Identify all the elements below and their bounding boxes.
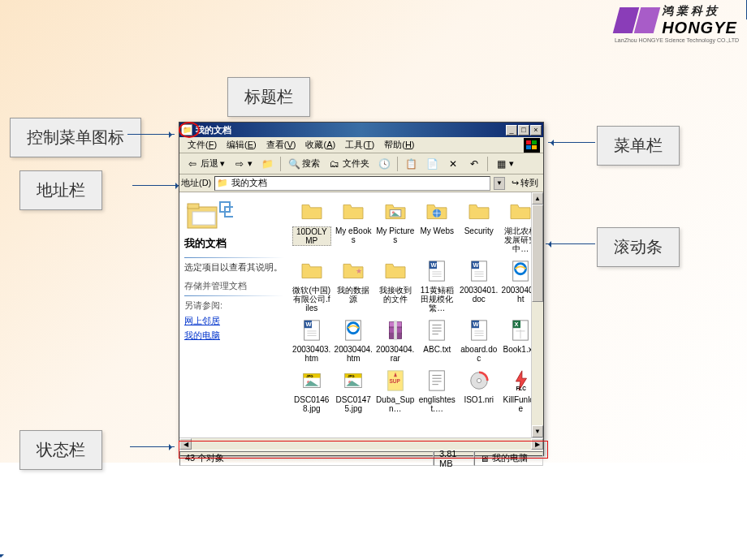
menu-e[interactable]: 编辑(E) — [222, 137, 261, 153]
picfolder-icon — [382, 199, 408, 225]
callout-control-icon: 控制菜单图标 — [10, 118, 141, 157]
go-button[interactable]: ↪转到 — [508, 176, 542, 190]
views-icon: ▦ — [494, 157, 507, 170]
file-label: aboard.doc — [460, 345, 499, 363]
scroll-left-button[interactable]: ◀ — [179, 438, 192, 450]
callout-titlebar: 标题栏 — [227, 77, 310, 117]
webfolder-icon — [424, 199, 450, 225]
divider — [184, 295, 284, 296]
folder-star-icon: ★ — [340, 258, 366, 284]
file-item[interactable]: ABC.txt — [417, 316, 459, 364]
file-item[interactable]: 微软(中国)有限公司.files — [291, 256, 333, 314]
file-item[interactable]: Security — [458, 197, 500, 255]
scroll-track[interactable] — [192, 438, 531, 450]
folder-icon — [340, 199, 366, 225]
scroll-thumb[interactable] — [532, 205, 543, 302]
file-item[interactable]: englishtest.… — [417, 366, 459, 415]
control-menu-icon[interactable]: 📁 — [181, 124, 192, 136]
scroll-right-button[interactable]: ▶ — [531, 438, 543, 450]
back-arrow-icon: ⇦ — [186, 157, 199, 170]
search-button[interactable]: 🔍搜索 — [284, 156, 323, 172]
titlebar[interactable]: 📁 我的文档 _ □ × — [179, 123, 543, 137]
copy-button[interactable]: 📄 — [422, 156, 442, 172]
svg-text:JPG: JPG — [306, 374, 313, 378]
history-button[interactable]: 🕓 — [374, 156, 394, 172]
up-folder-icon: 📁 — [261, 157, 274, 170]
file-label: ABC.txt — [423, 345, 451, 354]
link-network[interactable]: 网上邻居 — [184, 315, 284, 327]
file-item[interactable]: 20030404.htm — [333, 316, 375, 364]
file-item[interactable]: ★我的数据源 — [333, 256, 375, 314]
folders-icon: 🗂 — [328, 157, 341, 170]
views-button[interactable]: ▦ ▾ — [491, 156, 517, 172]
maximize-button[interactable]: □ — [518, 125, 529, 136]
address-input[interactable]: 📁 我的文档 — [214, 176, 490, 191]
file-item[interactable]: JPGDSC01475.jpg — [333, 366, 375, 415]
undo-icon: ↶ — [468, 157, 481, 170]
minimize-button[interactable]: _ — [506, 125, 517, 136]
file-item[interactable]: My Pictures — [374, 197, 417, 255]
vertical-scrollbar[interactable]: ▲ ▼ — [531, 192, 543, 437]
callout-addressbar: 地址栏 — [19, 170, 102, 210]
flc-icon: FLC — [507, 368, 533, 394]
forward-arrow-icon: ⇨ — [233, 157, 246, 170]
file-item[interactable]: W11黄鳝稻田规模化繁… — [417, 256, 459, 314]
file-item[interactable]: ISO1.nri — [458, 366, 500, 415]
undo-button[interactable]: ↶ — [464, 156, 484, 172]
file-list-area: 10DOLYMPMy eBooksMy PicturesMy WebsSecur… — [289, 192, 543, 437]
link-my-computer[interactable]: 我的电脑 — [184, 330, 284, 342]
delete-button[interactable]: ✕ — [443, 156, 463, 172]
move-icon: 📋 — [404, 157, 417, 170]
folder-icon — [466, 199, 492, 225]
separator — [280, 157, 281, 171]
file-item[interactable]: 我接收到的文件 — [374, 256, 417, 314]
file-label: DSC01475.jpg — [335, 395, 374, 413]
svg-text:X: X — [515, 321, 519, 328]
brand-logo: 鸿業科技 HONGYE LanZhou HONGYE Science Techn… — [615, 4, 739, 43]
back-label: 后退 — [201, 157, 218, 170]
file-item[interactable]: 10DOLYMP — [291, 197, 333, 255]
svg-rect-2 — [526, 145, 531, 149]
file-item[interactable]: My Webs — [417, 197, 459, 255]
content-area: 我的文档 选定项目以查看其说明。 存储并管理文档 另请参阅: 网上邻居 我的电脑… — [179, 192, 543, 437]
svg-text:★: ★ — [356, 267, 363, 275]
divider — [184, 257, 284, 258]
menu-v[interactable]: 查看(V) — [261, 137, 301, 153]
file-label: Duba_Supn… — [376, 395, 415, 413]
scroll-down-button[interactable]: ▼ — [532, 425, 543, 437]
close-button[interactable]: × — [530, 125, 542, 136]
forward-button[interactable]: ⇨ ▾ — [230, 156, 256, 172]
back-button[interactable]: ⇦后退 ▾ — [183, 156, 228, 172]
menu-f[interactable]: 文件(F) — [183, 137, 222, 153]
svg-rect-40 — [430, 321, 445, 340]
folder-icon — [299, 258, 325, 284]
svg-text:SUP: SUP — [389, 378, 400, 384]
file-item[interactable]: SUPDuba_Supn… — [374, 366, 417, 415]
separator — [487, 157, 488, 171]
search-icon: 🔍 — [287, 157, 300, 170]
logo-subtitle: LanZhou HONGYE Science Technology CO.,LT… — [615, 37, 739, 43]
folders-button[interactable]: 🗂文件夹 — [325, 156, 373, 172]
file-item[interactable]: W20030403.htm — [291, 316, 333, 364]
svg-point-72 — [477, 378, 481, 382]
computer-icon: 🖥 — [480, 454, 489, 463]
up-button[interactable]: 📁 — [257, 156, 277, 172]
file-label: ISO1.nri — [464, 395, 494, 404]
scroll-up-button[interactable]: ▲ — [532, 192, 543, 205]
svg-rect-3 — [532, 145, 537, 149]
horizontal-scrollbar[interactable]: ◀ ▶ — [179, 437, 543, 450]
menu-h[interactable]: 帮助(H) — [379, 137, 419, 153]
file-item[interactable]: Waboard.doc — [458, 316, 500, 364]
file-item[interactable]: 20030404.rar — [374, 316, 417, 364]
folders-label: 文件夹 — [343, 157, 369, 170]
sidebar-title: 我的文档 — [184, 236, 284, 251]
address-dropdown[interactable]: ▼ — [494, 177, 505, 190]
svg-text:FLC: FLC — [516, 386, 527, 391]
file-item[interactable]: JPGDSC01468.jpg — [291, 366, 333, 415]
window-title: 我的文档 — [196, 124, 506, 136]
move-button[interactable]: 📋 — [401, 156, 421, 172]
file-item[interactable]: My eBooks — [333, 197, 375, 255]
file-item[interactable]: W20030401.doc — [458, 256, 500, 314]
menu-t[interactable]: 工具(T) — [340, 137, 379, 153]
menu-a[interactable]: 收藏(A) — [300, 137, 340, 153]
